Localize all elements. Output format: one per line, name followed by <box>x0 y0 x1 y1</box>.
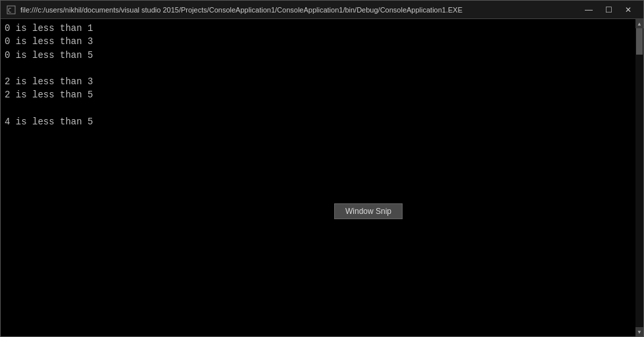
console-lines-container: 0 is less than 10 is less than 30 is les… <box>5 22 639 128</box>
console-line: 0 is less than 3 <box>5 35 639 48</box>
scroll-down-arrow[interactable]: ▼ <box>635 327 643 336</box>
console-window: C file:///c:/users/nikhil/documents/visu… <box>0 0 644 337</box>
maximize-button[interactable]: ☐ <box>599 3 618 17</box>
window-controls: — ☐ ✕ <box>579 3 638 17</box>
console-line: 4 is less than 5 <box>5 115 639 128</box>
svg-text:C: C <box>8 7 11 14</box>
title-bar: C file:///c:/users/nikhil/documents/visu… <box>1 1 643 19</box>
scrollbar-thumb[interactable] <box>636 28 643 55</box>
app-icon: C <box>6 5 16 15</box>
window-snip-button[interactable]: Window Snip <box>334 203 403 219</box>
console-line: 2 is less than 3 <box>5 75 639 88</box>
console-line: 0 is less than 5 <box>5 49 639 62</box>
minimize-button[interactable]: — <box>579 3 599 17</box>
console-line: 0 is less than 1 <box>5 22 639 35</box>
console-line <box>5 102 639 115</box>
console-line <box>5 62 639 75</box>
console-output: 0 is less than 10 is less than 30 is les… <box>1 19 643 336</box>
scrollbar[interactable]: ▲ ▼ <box>635 19 643 336</box>
console-line: 2 is less than 5 <box>5 88 639 101</box>
scrollbar-track[interactable] <box>635 28 643 327</box>
scroll-up-arrow[interactable]: ▲ <box>635 19 643 28</box>
window-title: file:///c:/users/nikhil/documents/visual… <box>20 6 574 14</box>
close-button[interactable]: ✕ <box>618 3 638 17</box>
